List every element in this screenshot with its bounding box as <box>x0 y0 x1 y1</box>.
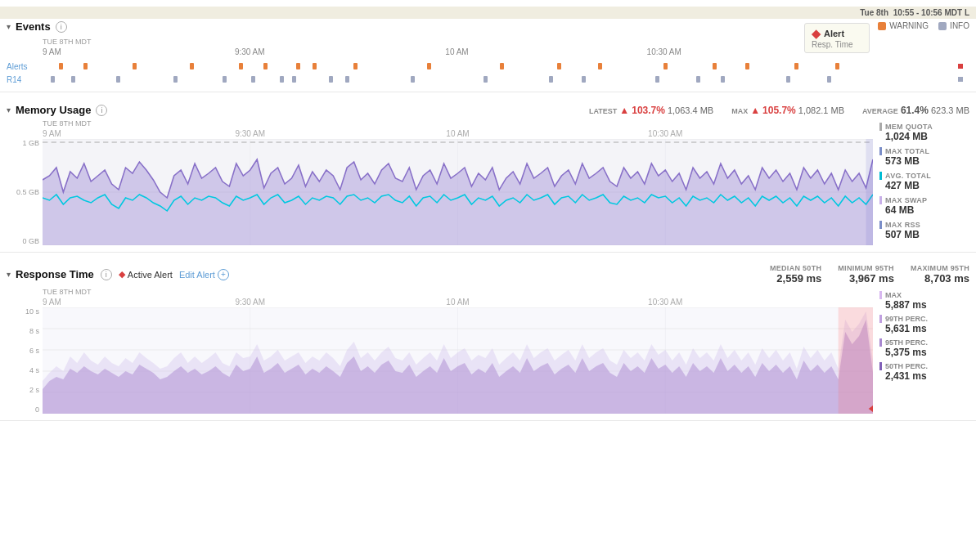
r14-marker <box>251 76 255 83</box>
alert-diamond-icon: ◆ <box>119 269 125 280</box>
legend-info: INFO <box>938 21 969 30</box>
memory-info-icon[interactable]: i <box>96 105 107 116</box>
right-stat-avg-total: AVG. TOTAL 427 MB <box>879 172 969 191</box>
y-05gb: 0.5 GB <box>16 188 39 196</box>
avg-pct: 61.4% <box>901 105 929 116</box>
right-stat-50th: 50TH PERC. 2,431 ms <box>879 362 969 382</box>
r14-marker <box>411 76 415 83</box>
mem-time-9am: 9 AM <box>43 129 61 138</box>
right-stat-99th: 99TH PERC. 5,631 ms <box>879 315 969 334</box>
right-stat-max-swap: MAX SWAP 64 MB <box>879 196 969 216</box>
memory-chart-plot <box>43 139 873 245</box>
response-time-header: TUE 8TH MDT 9 AM 9:30 AM 10 AM 10:30 AM <box>43 288 873 307</box>
avg-mb: 623.3 MB <box>931 105 969 115</box>
y-6s: 6 s <box>29 347 39 355</box>
right-stat-max-rss: MAX RSS 507 MB <box>879 221 969 240</box>
y-2s: 2 s <box>29 386 39 394</box>
right-stat-95th: 95TH PERC. 5,375 ms <box>879 338 969 358</box>
memory-collapse-icon[interactable]: ▾ <box>7 105 11 114</box>
mem-axis-date: TUE 8TH MDT <box>43 119 92 128</box>
alert-marker <box>263 63 268 69</box>
max-total-value: 573 MB <box>879 155 969 167</box>
info-label: INFO <box>950 21 969 30</box>
resp-max-label: MAX <box>879 291 969 299</box>
alert-end-marker <box>958 64 963 69</box>
max-total-label: MAX TOTAL <box>879 147 969 155</box>
events-info-icon[interactable]: i <box>56 21 67 33</box>
max-pct: 105.7% <box>762 105 796 116</box>
r14-marker <box>173 76 178 83</box>
resp-max-value: 5,887 ms <box>879 299 969 311</box>
alert-marker <box>190 63 194 69</box>
response-chart-container: TUE 8TH MDT 9 AM 9:30 AM 10 AM 10:30 AM … <box>0 288 976 417</box>
edit-alert-button[interactable]: Edit Alert + <box>179 269 229 280</box>
response-right-stats: MAX 5,887 ms 99TH PERC. 5,631 ms 95TH PE… <box>879 288 969 414</box>
max-mb: 1,082.1 MB <box>798 105 844 115</box>
add-alert-icon[interactable]: + <box>218 269 229 280</box>
memory-max-block: MAX ▲ 105.7% 1,082.1 MB <box>731 105 844 116</box>
legend-warning: WARNING <box>878 21 929 30</box>
time-10am: 10 AM <box>445 47 468 56</box>
time-1030am: 10:30 AM <box>647 47 681 56</box>
resp-99th-label: 99TH PERC. <box>879 315 969 323</box>
active-alert-label: Active Alert <box>128 270 173 280</box>
r14-marker <box>786 76 790 83</box>
events-time-axis: TUE 8TH MDT 9 AM 9:30 AM 10 AM 10:30 AM <box>43 38 871 60</box>
right-stat-mem-quota: MEM QUOTA 1,024 MB <box>879 123 969 142</box>
r14-marker <box>345 76 349 83</box>
median-stat: MEDIAN 50TH 2,559 ms <box>770 264 821 284</box>
alert-marker <box>745 63 749 69</box>
mem-quota-value: 1,024 MB <box>879 131 969 142</box>
memory-chart-container: TUE 8TH MDT 9 AM 9:30 AM 10 AM 10:30 AM … <box>0 119 976 249</box>
response-collapse-icon[interactable]: ▾ <box>7 270 11 279</box>
avg-label: AVERAGE <box>862 107 898 115</box>
memory-title: Memory Usage <box>16 104 91 116</box>
alert-marker <box>500 63 504 69</box>
svg-rect-17 <box>839 307 873 414</box>
events-collapse-icon[interactable]: ▾ <box>7 22 11 31</box>
time-930am: 9:30 AM <box>235 47 265 56</box>
response-info-icon[interactable]: i <box>101 269 112 280</box>
alert-marker <box>83 63 88 69</box>
alert-marker <box>835 63 839 69</box>
tooltip-subtitle: Resp. Time <box>812 40 862 49</box>
mem-quota-label: MEM QUOTA <box>879 123 969 131</box>
y-10s: 10 s <box>25 307 39 316</box>
warning-label: WARNING <box>889 21 929 30</box>
response-stats: MEDIAN 50TH 2,559 ms MINIMUM 95TH 3,967 … <box>770 264 969 284</box>
latest-mb: 1,063.4 MB <box>668 105 713 115</box>
latest-pct: 103.7% <box>632 105 665 116</box>
alerts-row: Alerts <box>7 60 969 72</box>
tooltip-extra-text: L <box>965 8 969 17</box>
events-title: Events <box>16 20 51 33</box>
maximum-label: MAXIMUM 95TH <box>911 264 969 272</box>
minimum-label: MINIMUM 95TH <box>838 264 894 272</box>
response-title: Response Time <box>16 268 94 280</box>
alert-tooltip: ◆ Alert Resp. Time <box>804 23 870 53</box>
r14-marker <box>582 76 586 83</box>
memory-latest-block: LATEST ▲ 103.7% 1,063.4 MB <box>589 105 713 116</box>
y-8s: 8 s <box>29 327 39 335</box>
alert-marker <box>794 63 798 69</box>
max-warning-icon: ▲ <box>750 105 760 116</box>
response-chart-wrap: TUE 8TH MDT 9 AM 9:30 AM 10 AM 10:30 AM … <box>7 288 873 414</box>
tooltip-label: Alert <box>824 29 844 38</box>
edit-alert-label: Edit Alert <box>179 270 215 280</box>
info-swatch <box>938 22 947 30</box>
response-chart-body: 10 s 8 s 6 s 4 s 2 s 0 <box>7 307 873 414</box>
resp-99th-value: 5,631 ms <box>879 323 969 334</box>
response-chart-svg <box>43 307 873 414</box>
max-rss-value: 507 MB <box>879 229 969 240</box>
max-swap-value: 64 MB <box>879 204 969 216</box>
active-alert: ◆ Active Alert <box>119 269 173 280</box>
alert-marker <box>713 63 717 69</box>
alert-marker <box>427 63 431 69</box>
r14-marker <box>329 76 333 83</box>
resp-time-1030am: 10:30 AM <box>648 298 682 307</box>
resp-axis-date: TUE 8TH MDT <box>43 288 92 297</box>
r14-marker <box>484 76 488 83</box>
avg-total-label: AVG. TOTAL <box>879 172 969 180</box>
memory-chart-svg <box>43 139 873 245</box>
response-y-axis: 10 s 8 s 6 s 4 s 2 s 0 <box>7 307 43 414</box>
r14-marker <box>71 76 75 83</box>
